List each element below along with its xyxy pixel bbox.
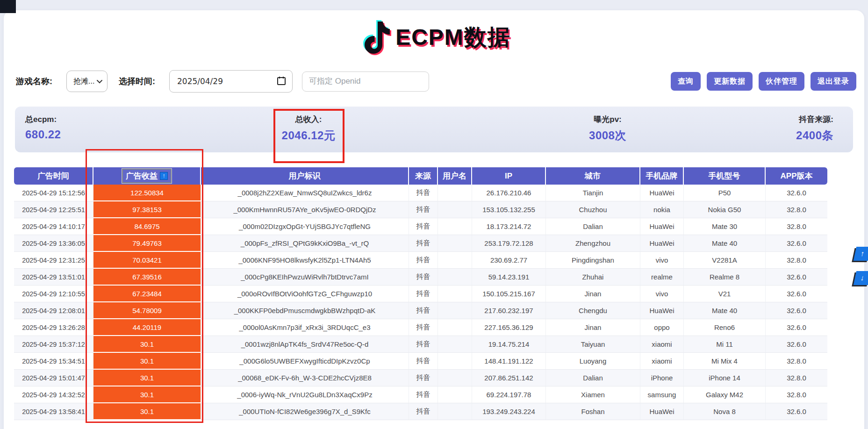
- revenue-sort-button[interactable]: 广告收益 ↑: [122, 169, 172, 183]
- cell-ad-revenue: 84.6975: [93, 218, 201, 235]
- cell-ad-time: 2025-04-29 12:31:25: [14, 252, 93, 269]
- cell-ad-time: 2025-04-29 14:10:17: [14, 218, 93, 235]
- openid-input[interactable]: [302, 72, 429, 92]
- cell-username: [438, 319, 472, 336]
- toolbar: 查询 更新数据 伙伴管理 退出登录: [671, 72, 856, 91]
- cell-phone-brand: realme: [640, 269, 684, 286]
- cell-phone-model: Mi Mix 4: [684, 353, 766, 370]
- window-corner-mark: [0, 0, 16, 13]
- cell-app-version: 32.8.0: [766, 370, 827, 386]
- date-input[interactable]: 2025/04/29: [169, 70, 293, 93]
- col-phone-brand: 手机品牌: [640, 167, 684, 185]
- chevron-down-icon: [97, 77, 102, 86]
- sort-ascending-icon[interactable]: ↑: [160, 172, 168, 180]
- table-row: 2025-04-29 15:34:5130.1_000G6lo5UWBEFXwy…: [14, 353, 827, 370]
- cell-ip: 193.249.243.224: [472, 403, 546, 420]
- stat-value: 2400条: [796, 128, 833, 143]
- cell-phone-brand: HuaWei: [640, 218, 684, 235]
- cell-phone-brand: vivo: [640, 252, 684, 269]
- cell-app-version: 32.6.0: [766, 319, 827, 336]
- stat-exposure-pv: 曝光pv: 3008次: [589, 114, 626, 143]
- cell-phone-brand: iPhone: [640, 370, 684, 386]
- cell-city: Chengdu: [546, 302, 640, 319]
- game-name-label: 游戏名称:: [16, 76, 52, 87]
- cell-ip: 217.60.232.197: [472, 302, 546, 319]
- cell-user-id: _000KmHwnnRU57AYe_oKv5jwEO-0RDQjDz: [201, 201, 409, 218]
- stat-douyin-source: 抖音来源: 2400条: [796, 114, 833, 143]
- stat-value: 3008次: [589, 128, 626, 143]
- cell-username: [438, 286, 472, 302]
- stat-label: 总收入:: [282, 114, 336, 125]
- cell-ad-time: 2025-04-29 15:01:47: [14, 370, 93, 386]
- partner-management-button[interactable]: 伙伴管理: [759, 72, 804, 91]
- col-ad-revenue: 广告收益 ↑: [93, 167, 201, 185]
- table-row: 2025-04-29 14:32:5230.1_0006-iyWq-Nk_rVn…: [14, 386, 827, 403]
- cell-ad-revenue: 97.38153: [93, 201, 201, 218]
- cell-phone-model: Galaxy M42: [684, 386, 766, 403]
- table-row: 2025-04-29 15:01:4730.1_00068_eDK-Fv-6h_…: [14, 370, 827, 386]
- logout-button[interactable]: 退出登录: [811, 72, 856, 91]
- cell-app-version: 32.8.0: [766, 201, 827, 218]
- cell-phone-brand: oppo: [640, 319, 684, 336]
- calendar-icon[interactable]: [277, 76, 286, 87]
- table-row: 2025-04-29 13:26:2844.20119_000ol0AsKmn7…: [14, 319, 827, 336]
- cell-username: [438, 252, 472, 269]
- cell-city: Chuzhou: [546, 201, 640, 218]
- cell-ad-revenue: 122.50834: [93, 185, 201, 201]
- cell-ip: 59.14.23.191: [472, 269, 546, 286]
- table-row: 2025-04-29 13:51:0167.39516_000cPg8KEIhP…: [14, 269, 827, 286]
- scroll-to-top-button[interactable]: ↑: [854, 247, 868, 261]
- stat-total-ecpm: 总ecpm: 680.22: [25, 114, 61, 141]
- cell-user-id: _000m02DIzgxOpGt-YUjSBGJYc7qtfleNG: [201, 218, 409, 235]
- cell-ip: 26.176.210.46: [472, 185, 546, 201]
- ecpm-table: 广告时间 广告收益 ↑ 用户标识 来源 用户名 IP 城市 手机品牌 手机型号 …: [14, 167, 827, 420]
- col-city: 城市: [546, 167, 640, 185]
- cell-source: 抖音: [409, 252, 438, 269]
- cell-ad-revenue: 30.1: [93, 403, 201, 420]
- date-value: 2025/04/29: [177, 77, 223, 86]
- cell-user-id: _000KKFP0ebdPmuscmdwgkbBWzhpqtD-aK: [201, 302, 409, 319]
- cell-ad-time: 2025-04-29 13:36:05: [14, 235, 93, 252]
- cell-source: 抖音: [409, 302, 438, 319]
- cell-ad-revenue: 44.20119: [93, 319, 201, 336]
- cell-user-id: _0006-iyWq-Nk_rVnU2Gu8LDn3XaqCx9Pz: [201, 386, 409, 403]
- col-app-version: APP版本: [766, 167, 827, 185]
- cell-city: Dalian: [546, 218, 640, 235]
- cell-app-version: 32.8.0: [766, 218, 827, 235]
- cell-username: [438, 386, 472, 403]
- cell-city: Xiamen: [546, 386, 640, 403]
- cell-phone-model: Nokia G50: [684, 201, 766, 218]
- scroll-to-bottom-button[interactable]: ↓: [854, 271, 868, 285]
- cell-app-version: 32.6.0: [766, 302, 827, 319]
- cell-phone-brand: HuaWei: [640, 185, 684, 201]
- cell-city: Zhuhai: [546, 269, 640, 286]
- cell-source: 抖音: [409, 269, 438, 286]
- cell-phone-model: Reno6: [684, 319, 766, 336]
- cell-phone-brand: HuaWei: [640, 235, 684, 252]
- col-ad-time: 广告时间: [14, 167, 93, 185]
- cell-source: 抖音: [409, 370, 438, 386]
- cell-ad-revenue: 67.23484: [93, 286, 201, 302]
- cell-source: 抖音: [409, 319, 438, 336]
- cell-app-version: 32.6.0: [766, 269, 827, 286]
- cell-source: 抖音: [409, 353, 438, 370]
- game-select[interactable]: 抢滩...: [66, 71, 108, 92]
- cell-ad-revenue: 67.39516: [93, 269, 201, 286]
- col-ad-revenue-label: 广告收益: [126, 171, 158, 181]
- cell-ip: 150.105.215.167: [472, 286, 546, 302]
- app-header: ECPM数据: [0, 18, 868, 57]
- stat-label: 曝光pv:: [589, 114, 626, 125]
- cell-phone-model: P50: [684, 185, 766, 201]
- table-row: 2025-04-29 15:12:56122.50834_0008j2hZ2XE…: [14, 185, 827, 201]
- cell-ad-time: 2025-04-29 13:58:41: [14, 403, 93, 420]
- cell-user-id: _0008j2hZ2XEaw_NmwSQ8uIZwkcs_ldr6z: [201, 185, 409, 201]
- cell-ip: 227.165.36.129: [472, 319, 546, 336]
- cell-username: [438, 269, 472, 286]
- cell-phone-model: Mate 40: [684, 235, 766, 252]
- cell-phone-model: Nova 8: [684, 403, 766, 420]
- game-select-value: 抢滩...: [73, 77, 94, 86]
- query-button[interactable]: 查询: [671, 72, 701, 91]
- cell-phone-model: Mate 40: [684, 302, 766, 319]
- cell-user-id: _000UTIoN-fCI82We6ge396g7X_d_S9Kfc: [201, 403, 409, 420]
- update-data-button[interactable]: 更新数据: [707, 72, 753, 91]
